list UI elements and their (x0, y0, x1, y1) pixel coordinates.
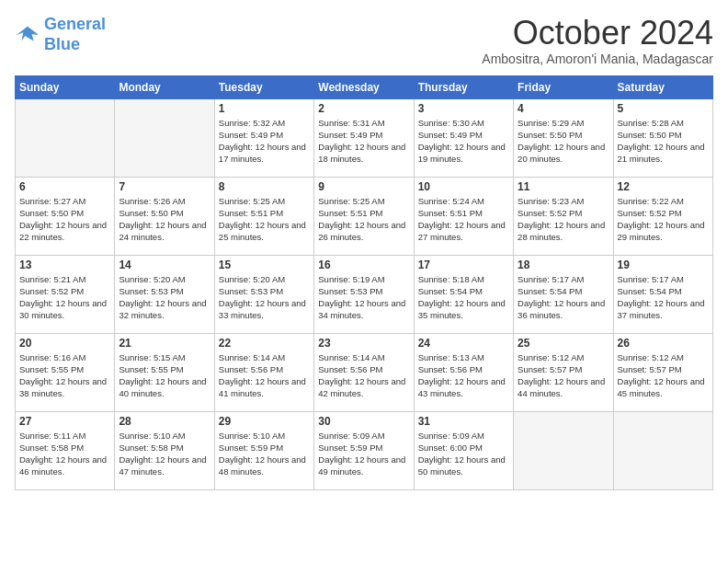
calendar-header-tuesday: Tuesday (214, 75, 313, 98)
month-title: October 2024 (482, 15, 713, 52)
day-info: Sunrise: 5:09 AM Sunset: 5:59 PM Dayligh… (318, 430, 409, 478)
day-info: Sunrise: 5:16 AM Sunset: 5:55 PM Dayligh… (19, 351, 110, 400)
day-info: Sunrise: 5:32 AM Sunset: 5:49 PM Dayligh… (219, 117, 310, 166)
calendar-cell: 9Sunrise: 5:25 AM Sunset: 5:51 PM Daylig… (314, 177, 414, 255)
calendar-cell: 13Sunrise: 5:21 AM Sunset: 5:52 PM Dayli… (16, 255, 115, 333)
calendar-cell: 20Sunrise: 5:16 AM Sunset: 5:55 PM Dayli… (16, 333, 115, 411)
calendar-header-sunday: Sunday (16, 75, 115, 98)
calendar-header-friday: Friday (514, 75, 613, 98)
calendar-header-saturday: Saturday (613, 75, 712, 98)
day-info: Sunrise: 5:31 AM Sunset: 5:49 PM Dayligh… (318, 117, 409, 166)
day-number: 5 (618, 102, 709, 115)
calendar-cell: 2Sunrise: 5:31 AM Sunset: 5:49 PM Daylig… (314, 98, 414, 177)
week-row-3: 13Sunrise: 5:21 AM Sunset: 5:52 PM Dayli… (16, 255, 713, 333)
day-info: Sunrise: 5:30 AM Sunset: 5:49 PM Dayligh… (418, 117, 509, 166)
day-info: Sunrise: 5:12 AM Sunset: 5:57 PM Dayligh… (518, 351, 609, 400)
calendar-header-thursday: Thursday (414, 75, 513, 98)
day-number: 27 (19, 415, 110, 428)
calendar-cell (514, 411, 613, 489)
day-info: Sunrise: 5:28 AM Sunset: 5:50 PM Dayligh… (618, 117, 709, 166)
week-row-4: 20Sunrise: 5:16 AM Sunset: 5:55 PM Dayli… (16, 333, 713, 411)
calendar-cell: 1Sunrise: 5:32 AM Sunset: 5:49 PM Daylig… (214, 98, 313, 177)
day-info: Sunrise: 5:18 AM Sunset: 5:54 PM Dayligh… (418, 273, 509, 322)
logo: General Blue (15, 15, 106, 54)
day-info: Sunrise: 5:09 AM Sunset: 6:00 PM Dayligh… (418, 430, 509, 478)
day-number: 23 (318, 337, 409, 350)
day-info: Sunrise: 5:17 AM Sunset: 5:54 PM Dayligh… (518, 273, 609, 322)
day-number: 26 (618, 337, 709, 350)
day-number: 25 (518, 337, 609, 350)
day-info: Sunrise: 5:29 AM Sunset: 5:50 PM Dayligh… (518, 117, 609, 166)
calendar-cell: 25Sunrise: 5:12 AM Sunset: 5:57 PM Dayli… (514, 333, 613, 411)
day-number: 2 (318, 102, 409, 115)
day-info: Sunrise: 5:14 AM Sunset: 5:56 PM Dayligh… (219, 351, 310, 400)
svg-marker-0 (17, 26, 39, 40)
day-number: 24 (418, 337, 509, 350)
calendar-cell: 10Sunrise: 5:24 AM Sunset: 5:51 PM Dayli… (414, 177, 513, 255)
calendar-cell: 17Sunrise: 5:18 AM Sunset: 5:54 PM Dayli… (414, 255, 513, 333)
calendar-cell: 22Sunrise: 5:14 AM Sunset: 5:56 PM Dayli… (214, 333, 313, 411)
day-info: Sunrise: 5:23 AM Sunset: 5:52 PM Dayligh… (518, 195, 609, 244)
calendar-cell: 4Sunrise: 5:29 AM Sunset: 5:50 PM Daylig… (514, 98, 613, 177)
day-number: 4 (518, 102, 609, 115)
day-number: 10 (418, 180, 509, 193)
week-row-1: 1Sunrise: 5:32 AM Sunset: 5:49 PM Daylig… (16, 98, 713, 177)
day-number: 21 (119, 337, 210, 350)
calendar-cell: 24Sunrise: 5:13 AM Sunset: 5:56 PM Dayli… (414, 333, 513, 411)
day-number: 18 (518, 259, 609, 271)
calendar-cell: 7Sunrise: 5:26 AM Sunset: 5:50 PM Daylig… (115, 177, 214, 255)
day-info: Sunrise: 5:25 AM Sunset: 5:51 PM Dayligh… (219, 195, 310, 244)
day-number: 3 (418, 102, 509, 115)
week-row-5: 27Sunrise: 5:11 AM Sunset: 5:58 PM Dayli… (16, 411, 713, 489)
day-number: 22 (219, 337, 310, 350)
day-number: 11 (518, 180, 609, 193)
calendar-cell: 18Sunrise: 5:17 AM Sunset: 5:54 PM Dayli… (514, 255, 613, 333)
day-number: 15 (219, 259, 310, 271)
day-info: Sunrise: 5:19 AM Sunset: 5:53 PM Dayligh… (318, 273, 409, 322)
day-number: 28 (119, 415, 210, 428)
day-info: Sunrise: 5:21 AM Sunset: 5:52 PM Dayligh… (19, 273, 110, 322)
calendar-table: SundayMondayTuesdayWednesdayThursdayFrid… (15, 75, 713, 490)
day-info: Sunrise: 5:24 AM Sunset: 5:51 PM Dayligh… (418, 195, 509, 244)
day-info: Sunrise: 5:20 AM Sunset: 5:53 PM Dayligh… (219, 273, 310, 322)
day-number: 20 (19, 337, 110, 350)
day-number: 1 (219, 102, 310, 115)
calendar-cell: 15Sunrise: 5:20 AM Sunset: 5:53 PM Dayli… (214, 255, 313, 333)
calendar-cell: 26Sunrise: 5:12 AM Sunset: 5:57 PM Dayli… (613, 333, 712, 411)
calendar-header-wednesday: Wednesday (314, 75, 414, 98)
day-info: Sunrise: 5:13 AM Sunset: 5:56 PM Dayligh… (418, 351, 509, 400)
calendar-cell: 8Sunrise: 5:25 AM Sunset: 5:51 PM Daylig… (214, 177, 313, 255)
day-info: Sunrise: 5:22 AM Sunset: 5:52 PM Dayligh… (618, 195, 709, 244)
calendar-cell: 31Sunrise: 5:09 AM Sunset: 6:00 PM Dayli… (414, 411, 513, 489)
day-number: 14 (119, 259, 210, 271)
calendar-cell: 27Sunrise: 5:11 AM Sunset: 5:58 PM Dayli… (16, 411, 115, 489)
calendar-cell: 14Sunrise: 5:20 AM Sunset: 5:53 PM Dayli… (115, 255, 214, 333)
day-info: Sunrise: 5:17 AM Sunset: 5:54 PM Dayligh… (618, 273, 709, 322)
day-info: Sunrise: 5:10 AM Sunset: 5:58 PM Dayligh… (119, 430, 210, 478)
day-number: 17 (418, 259, 509, 271)
day-info: Sunrise: 5:14 AM Sunset: 5:56 PM Dayligh… (318, 351, 409, 400)
week-row-2: 6Sunrise: 5:27 AM Sunset: 5:50 PM Daylig… (16, 177, 713, 255)
day-number: 16 (318, 259, 409, 271)
logo-icon (15, 22, 40, 48)
day-info: Sunrise: 5:26 AM Sunset: 5:50 PM Dayligh… (119, 195, 210, 244)
calendar-cell: 23Sunrise: 5:14 AM Sunset: 5:56 PM Dayli… (314, 333, 414, 411)
day-info: Sunrise: 5:15 AM Sunset: 5:55 PM Dayligh… (119, 351, 210, 400)
calendar-cell: 3Sunrise: 5:30 AM Sunset: 5:49 PM Daylig… (414, 98, 513, 177)
calendar-cell: 12Sunrise: 5:22 AM Sunset: 5:52 PM Dayli… (613, 177, 712, 255)
day-number: 19 (618, 259, 709, 271)
calendar-cell (115, 98, 214, 177)
title-block: October 2024 Ambositra, Amoron'i Mania, … (482, 15, 713, 66)
calendar-cell (16, 98, 115, 177)
calendar-cell: 16Sunrise: 5:19 AM Sunset: 5:53 PM Dayli… (314, 255, 414, 333)
page-header: General Blue October 2024 Ambositra, Amo… (15, 15, 713, 66)
day-info: Sunrise: 5:20 AM Sunset: 5:53 PM Dayligh… (119, 273, 210, 322)
calendar-cell: 29Sunrise: 5:10 AM Sunset: 5:59 PM Dayli… (214, 411, 313, 489)
day-number: 12 (618, 180, 709, 193)
day-number: 7 (119, 180, 210, 193)
day-number: 9 (318, 180, 409, 193)
logo-text: General Blue (44, 15, 106, 54)
calendar-header-row: SundayMondayTuesdayWednesdayThursdayFrid… (16, 75, 713, 98)
calendar-cell: 30Sunrise: 5:09 AM Sunset: 5:59 PM Dayli… (314, 411, 414, 489)
day-info: Sunrise: 5:11 AM Sunset: 5:58 PM Dayligh… (19, 430, 110, 478)
